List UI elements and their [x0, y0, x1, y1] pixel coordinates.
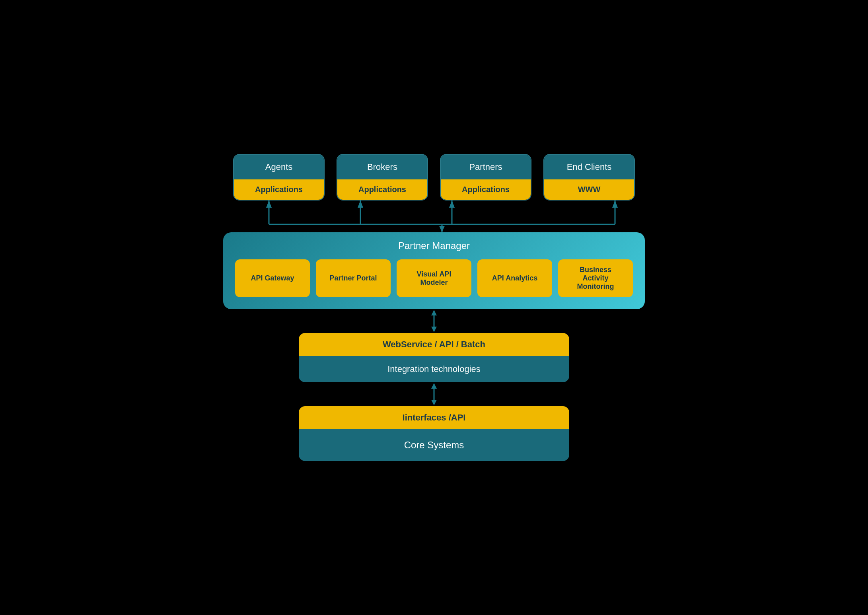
svg-marker-11 [431, 310, 437, 315]
partner-manager-section: Partner Manager API Gateway Partner Port… [223, 232, 645, 309]
partner-portal-box: Partner Portal [316, 259, 391, 297]
api-analytics-box: API Analytics [477, 259, 552, 297]
double-arrow-2 [426, 382, 442, 406]
svg-marker-7 [612, 200, 618, 208]
partner-manager-title: Partner Manager [235, 240, 633, 251]
architecture-diagram: Agents Applications Brokers Applications… [215, 142, 653, 473]
svg-marker-10 [439, 226, 445, 232]
top-connector [223, 200, 645, 232]
double-arrow-2-svg [426, 382, 442, 406]
visual-api-modeler-label: Visual API Modeler [405, 270, 463, 287]
top-row: Agents Applications Brokers Applications… [223, 154, 645, 200]
partners-subtitle: Applications [441, 179, 531, 200]
bam-label: Business Activity Monitoring [566, 266, 625, 291]
double-arrow-1 [426, 309, 442, 333]
end-clients-subtitle: WWW [544, 179, 634, 200]
connector-svg [223, 200, 645, 232]
api-gateway-label: API Gateway [251, 274, 294, 282]
svg-marker-16 [431, 400, 437, 405]
svg-marker-3 [358, 200, 363, 208]
agents-box: Agents Applications [233, 154, 325, 200]
svg-marker-13 [431, 327, 437, 332]
interfaces-top: Iinterfaces /API [299, 406, 569, 429]
brokers-title: Brokers [337, 155, 427, 179]
svg-marker-14 [431, 383, 437, 389]
brokers-box: Brokers Applications [337, 154, 428, 200]
core-systems-bottom: Core Systems [299, 429, 569, 461]
agents-title: Agents [234, 155, 324, 179]
core-block: Iinterfaces /API Core Systems [299, 406, 569, 461]
api-gateway-box: API Gateway [235, 259, 310, 297]
svg-marker-1 [266, 200, 272, 208]
webservice-block: WebService / API / Batch Integration tec… [299, 333, 569, 382]
partners-box: Partners Applications [440, 154, 531, 200]
api-analytics-label: API Analytics [492, 274, 537, 282]
webservice-top: WebService / API / Batch [299, 333, 569, 356]
pm-inner-row: API Gateway Partner Portal Visual API Mo… [235, 259, 633, 297]
end-clients-box: End Clients WWW [543, 154, 635, 200]
end-clients-title: End Clients [544, 155, 634, 179]
agents-subtitle: Applications [234, 179, 324, 200]
partners-title: Partners [441, 155, 531, 179]
bam-box: Business Activity Monitoring [558, 259, 633, 297]
double-arrow-1-svg [426, 309, 442, 333]
visual-api-modeler-box: Visual API Modeler [397, 259, 471, 297]
partner-portal-label: Partner Portal [329, 274, 377, 282]
brokers-subtitle: Applications [337, 179, 427, 200]
integration-bottom: Integration technologies [299, 356, 569, 382]
svg-marker-5 [449, 200, 455, 208]
